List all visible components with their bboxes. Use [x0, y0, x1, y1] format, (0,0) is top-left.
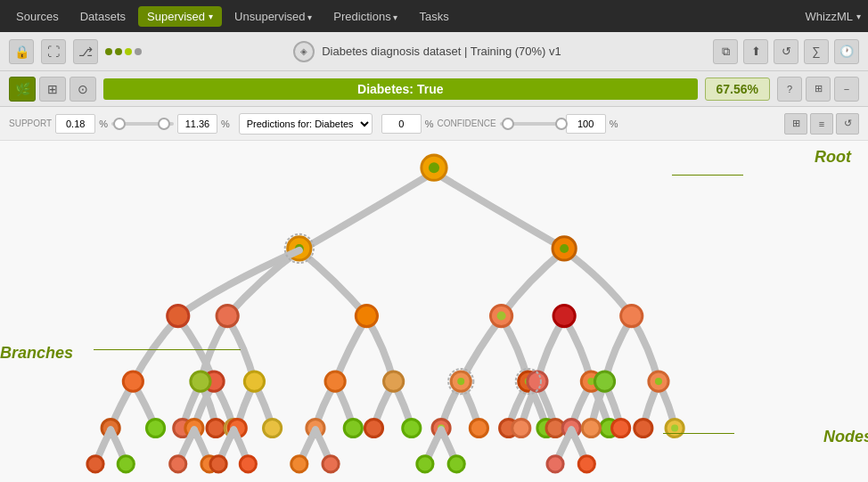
confidence-slider-thumb-right[interactable]: [555, 118, 568, 130]
lock-icon[interactable]: 🔒: [9, 39, 34, 64]
svg-point-56: [118, 456, 134, 472]
svg-point-59: [210, 456, 226, 472]
percent-sign-1: %: [99, 118, 108, 129]
svg-point-10: [497, 312, 506, 321]
dot-3: [125, 48, 132, 55]
svg-point-54: [671, 424, 678, 431]
prediction-controls: ? ⊞ −: [777, 77, 859, 102]
nav-datasets[interactable]: Datasets: [71, 6, 135, 27]
node-l2-right[interactable]: [537, 305, 591, 381]
root-label: Root: [815, 148, 851, 167]
svg-point-52: [635, 419, 652, 437]
dot-1: [105, 48, 112, 55]
root-line: [672, 175, 743, 176]
svg-point-38: [344, 419, 362, 437]
toolbar-actions: ⧉ ⬆ ↺ ∑ 🕐: [713, 39, 859, 64]
refresh-btn[interactable]: ↺: [836, 113, 859, 135]
support-slider[interactable]: [111, 122, 174, 126]
branch-icon[interactable]: ⎇: [73, 39, 98, 64]
svg-point-15: [191, 372, 210, 391]
svg-point-28: [655, 378, 662, 385]
filter-bar: SUPPORT % % Predictions for: Diabetes % …: [0, 107, 868, 141]
nav-brand[interactable]: WhizzML: [806, 10, 861, 23]
percent-sign-4: %: [610, 118, 618, 129]
svg-point-36: [264, 419, 282, 437]
dot-4: [135, 48, 142, 55]
support-filter: SUPPORT % %: [9, 114, 230, 134]
dataset-name: Diabetes diagnosis dataset | Training (7…: [322, 45, 561, 58]
nav-sources[interactable]: Sources: [7, 6, 68, 27]
grid-view-btn[interactable]: ⊞: [784, 113, 807, 135]
svg-point-39: [364, 419, 382, 437]
predictions-select[interactable]: Predictions for: Diabetes: [239, 113, 373, 135]
tree-svg: .branch { stroke: #c0c0c0; stroke-width:…: [0, 141, 868, 482]
toolbar-title: ◈ Diabetes diagnosis dataset | Training …: [149, 41, 706, 62]
support-label: SUPPORT: [9, 118, 52, 128]
support-min-input[interactable]: [55, 114, 95, 134]
node-l2-center-left[interactable]: [335, 305, 394, 381]
dot-2: [115, 48, 122, 55]
main-content: 🔒 ⛶ ⎇ ◈ Diabetes diagnosis dataset | Tra…: [0, 32, 868, 482]
root-node[interactable]: [304, 155, 564, 249]
svg-point-40: [403, 419, 421, 437]
upload-icon[interactable]: ⬆: [743, 39, 768, 64]
level4-leaves: [87, 419, 684, 471]
prediction-percentage: 67.56%: [705, 78, 770, 101]
formula-icon[interactable]: ∑: [804, 39, 829, 64]
refresh-icon[interactable]: ↺: [774, 39, 798, 64]
confidence-min-input[interactable]: [381, 114, 422, 134]
percent-sign-3: %: [425, 118, 434, 129]
nodes-label: Nodes: [823, 428, 868, 446]
svg-point-43: [470, 419, 487, 437]
support-max-input[interactable]: [177, 114, 217, 134]
confidence-slider[interactable]: [500, 122, 562, 126]
table-view-icon[interactable]: ⊞: [39, 77, 66, 102]
node-l2-far-right[interactable]: [605, 305, 659, 381]
list-view-btn[interactable]: ≡: [810, 113, 833, 135]
copy-icon[interactable]: ⧉: [713, 39, 738, 64]
svg-point-12: [621, 305, 643, 326]
svg-point-16: [244, 372, 264, 391]
svg-point-17: [325, 372, 345, 391]
svg-point-5: [560, 244, 569, 253]
svg-point-55: [87, 456, 103, 472]
svg-point-20: [457, 378, 464, 385]
svg-point-30: [146, 419, 164, 437]
confidence-slider-thumb-left[interactable]: [502, 118, 514, 130]
svg-point-1: [429, 162, 439, 173]
svg-point-46: [512, 419, 530, 437]
tree-view-icon[interactable]: 🌿: [9, 77, 36, 102]
branches-line: [94, 349, 241, 350]
dataset-icon: ◈: [293, 41, 315, 62]
clock-icon[interactable]: 🕐: [834, 39, 859, 64]
minimize-btn[interactable]: −: [834, 77, 859, 102]
tree-canvas: .branch { stroke: #c0c0c0; stroke-width:…: [0, 141, 868, 482]
tree-icon[interactable]: ⛶: [41, 39, 66, 64]
nav-supervised[interactable]: Supervised: [138, 6, 222, 27]
prediction-bar: 🌿 ⊞ ⊙ Diabetes: True 67.56% ? ⊞ −: [0, 71, 868, 107]
svg-point-50: [582, 419, 600, 437]
help-btn[interactable]: ?: [777, 77, 802, 102]
svg-point-13: [123, 372, 143, 391]
svg-point-57: [170, 456, 186, 472]
confidence-filter: % CONFIDENCE %: [381, 114, 618, 134]
svg-point-23: [528, 372, 547, 391]
support-slider-thumb-right[interactable]: [158, 118, 170, 130]
svg-point-33: [207, 419, 225, 437]
status-dots: [105, 48, 142, 55]
nav-predictions[interactable]: Predictions: [324, 6, 406, 27]
svg-point-6: [168, 305, 189, 326]
node-l2-center[interactable]: [461, 305, 528, 381]
svg-point-18: [384, 372, 404, 391]
nav-tasks[interactable]: Tasks: [410, 6, 457, 27]
confidence-max-input[interactable]: [566, 114, 606, 134]
view-icons: 🌿 ⊞ ⊙: [9, 77, 96, 102]
view-buttons: ⊞ ≡ ↺: [784, 113, 859, 135]
settings-view-icon[interactable]: ⊙: [70, 77, 96, 102]
support-slider-thumb-left[interactable]: [113, 118, 126, 130]
nav-unsupervised[interactable]: Unsupervised: [225, 6, 321, 27]
svg-point-60: [240, 456, 256, 472]
expand-btn[interactable]: ⊞: [806, 77, 831, 102]
svg-point-61: [291, 456, 307, 472]
svg-point-66: [578, 456, 594, 472]
